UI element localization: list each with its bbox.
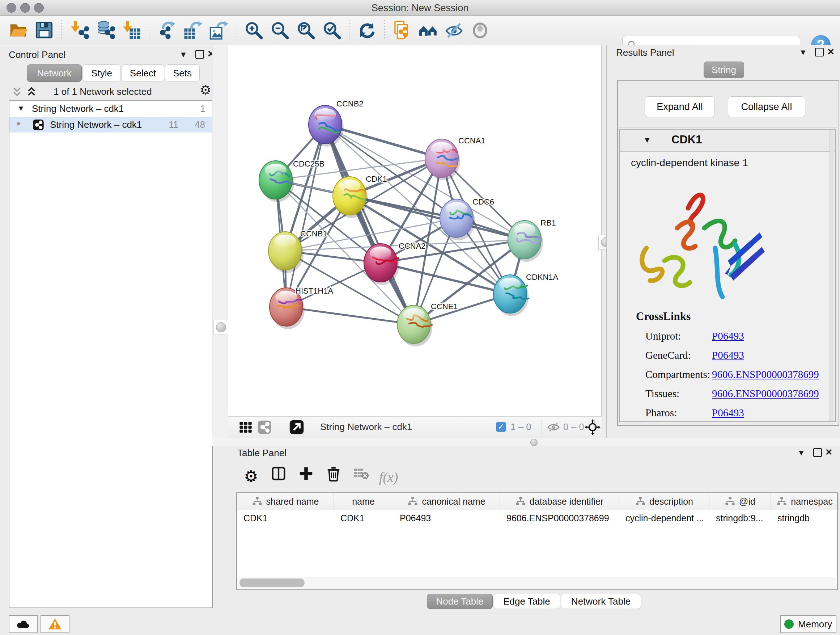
column-header-database-identifier[interactable]: database identifier: [500, 493, 619, 510]
open-in-window-icon[interactable]: [289, 420, 304, 435]
tab-node-table[interactable]: Node Table: [427, 594, 493, 609]
add-row-button[interactable]: [296, 463, 316, 484]
collapse-all-button[interactable]: Collapse All: [728, 96, 805, 117]
column-header-namespac[interactable]: namespac: [771, 493, 838, 510]
edge-hist1h1a-ccne1[interactable]: [286, 307, 414, 325]
export-image-button[interactable]: [207, 19, 230, 41]
table-horizontal-scrollbar[interactable]: [238, 577, 836, 589]
tab-style[interactable]: Style: [82, 65, 121, 82]
table-row[interactable]: CDK1CDK1P064939606.ENSP00000378699cyclin…: [237, 510, 837, 526]
grid-view-icon[interactable]: [238, 420, 253, 434]
expand-all-button[interactable]: Expand All: [645, 96, 715, 117]
cell[interactable]: stringdb: [771, 510, 838, 526]
show-all-button[interactable]: [469, 19, 491, 41]
birds-eye-icon[interactable]: [584, 419, 601, 435]
cell[interactable]: P06493: [393, 510, 500, 526]
node-cdkn1a[interactable]: CDKN1A: [493, 272, 559, 316]
edge-ccnb2-ccne1[interactable]: [325, 125, 414, 325]
column-header-@id[interactable]: @id: [709, 493, 771, 510]
save-session-button[interactable]: [33, 19, 55, 41]
export-table-button[interactable]: [181, 19, 204, 41]
edge-ccnb2-hist1h1a[interactable]: [286, 125, 325, 307]
import-network-button[interactable]: [68, 19, 90, 41]
zoom-in-button[interactable]: [242, 19, 265, 41]
crosslink-link[interactable]: P06493: [712, 349, 744, 361]
crosslink-link[interactable]: 9606.ENSP00000378699: [712, 369, 819, 380]
control-panel-collapse-icon[interactable]: ▼: [180, 51, 187, 59]
left-splitter[interactable]: [212, 45, 228, 438]
table-panel-collapse-icon[interactable]: ▼: [797, 449, 805, 457]
function-button[interactable]: f(x): [378, 467, 399, 487]
column-header-description[interactable]: description: [619, 493, 709, 510]
node-cdc25b[interactable]: CDC25B: [259, 159, 325, 202]
results-panel-float-icon[interactable]: [815, 48, 824, 57]
import-table-button[interactable]: [120, 19, 142, 41]
node-ccna2[interactable]: CCNA2: [364, 241, 426, 285]
left-splitter-handle[interactable]: [213, 320, 229, 335]
collapse-all-icon[interactable]: [11, 86, 23, 98]
crosslink-link[interactable]: P06493: [712, 330, 744, 342]
crosslink-link[interactable]: 9606.ENSP00000378699: [712, 388, 819, 400]
tab-network[interactable]: Network: [27, 65, 82, 82]
columns-button[interactable]: [268, 463, 289, 484]
delete-row-button[interactable]: [324, 463, 344, 484]
node-ccna1[interactable]: CCNA1: [425, 136, 485, 180]
open-session-button[interactable]: [7, 19, 29, 41]
memory-button[interactable]: Memory: [780, 615, 836, 633]
gene-section-header[interactable]: ▼ CDK1: [620, 130, 835, 152]
results-scrollbar[interactable]: [829, 130, 834, 421]
warnings-button[interactable]: [41, 615, 69, 633]
edge-cdk1-rb1[interactable]: [349, 196, 524, 240]
horizontal-splitter[interactable]: [212, 438, 840, 446]
table-settings-gear-icon[interactable]: ⚙: [241, 466, 261, 486]
node-hist1h1a[interactable]: HIST1H1A: [270, 287, 333, 329]
tab-string[interactable]: String: [704, 62, 744, 78]
selected-checkbox-icon[interactable]: ✓: [496, 422, 506, 432]
hide-selected-button[interactable]: [443, 19, 465, 41]
cell[interactable]: stringdb:9...: [709, 510, 771, 526]
cell[interactable]: cyclin-dependent ...: [619, 510, 709, 526]
tab-network-table[interactable]: Network Table: [561, 594, 641, 609]
share-document-button[interactable]: [391, 19, 413, 41]
crosslink-link[interactable]: P06493: [712, 407, 744, 419]
scrollbar-thumb[interactable]: [240, 578, 305, 587]
cloud-button[interactable]: [9, 615, 38, 633]
export-network-button[interactable]: [155, 19, 178, 41]
hidden-eye-icon[interactable]: [546, 420, 561, 434]
table-panel-float-icon[interactable]: [813, 448, 822, 457]
network-collection-row[interactable]: ▼ String Network – cdk1 1: [9, 102, 212, 117]
horizontal-splitter-handle[interactable]: [531, 439, 538, 446]
results-panel-close-icon[interactable]: ×: [827, 47, 834, 56]
network-view[interactable]: CCNB2CCNA1CDC25BCDK1CDC6RB1CCNB1CCNA2CDK…: [228, 45, 602, 416]
expand-all-icon[interactable]: [25, 86, 38, 98]
zoom-fit-button[interactable]: [294, 19, 317, 41]
network-row-selected[interactable]: ● String Network – cdk1 11 48: [9, 117, 212, 133]
table-panel-close-icon[interactable]: ×: [826, 447, 832, 456]
control-panel-float-icon[interactable]: [195, 50, 204, 59]
column-header-shared-name[interactable]: shared name: [237, 493, 334, 510]
column-header-canonical-name[interactable]: canonical name: [393, 493, 500, 510]
cell[interactable]: CDK1: [237, 510, 334, 526]
network-options-gear-icon[interactable]: ⚙: [200, 82, 211, 98]
home-button[interactable]: [417, 19, 439, 41]
zoom-selected-button[interactable]: [321, 19, 343, 41]
tab-sets[interactable]: Sets: [165, 65, 200, 82]
gene-expander-icon[interactable]: ▼: [643, 135, 651, 145]
node-cdc6[interactable]: CDC6: [440, 197, 494, 241]
refresh-button[interactable]: [355, 19, 378, 41]
node-rb1[interactable]: RB1: [508, 218, 556, 262]
zoom-out-button[interactable]: [268, 19, 291, 41]
node-ccnb2[interactable]: CCNB2: [309, 99, 363, 147]
cell[interactable]: 9606.ENSP00000378699: [500, 510, 619, 526]
column-header-name[interactable]: name: [334, 493, 393, 510]
cell[interactable]: CDK1: [334, 510, 393, 526]
tab-select[interactable]: Select: [122, 65, 164, 82]
control-panel-title: Control Panel: [9, 49, 66, 60]
string-style-icon[interactable]: [257, 420, 272, 434]
tab-edge-table[interactable]: Edge Table: [493, 594, 561, 609]
collection-expander-icon[interactable]: ▼: [17, 104, 25, 112]
node-ccne1[interactable]: CCNE1: [397, 302, 458, 347]
import-database-button[interactable]: [94, 19, 117, 41]
results-panel-collapse-icon[interactable]: ▼: [799, 49, 807, 57]
clear-table-button[interactable]: [351, 463, 371, 484]
